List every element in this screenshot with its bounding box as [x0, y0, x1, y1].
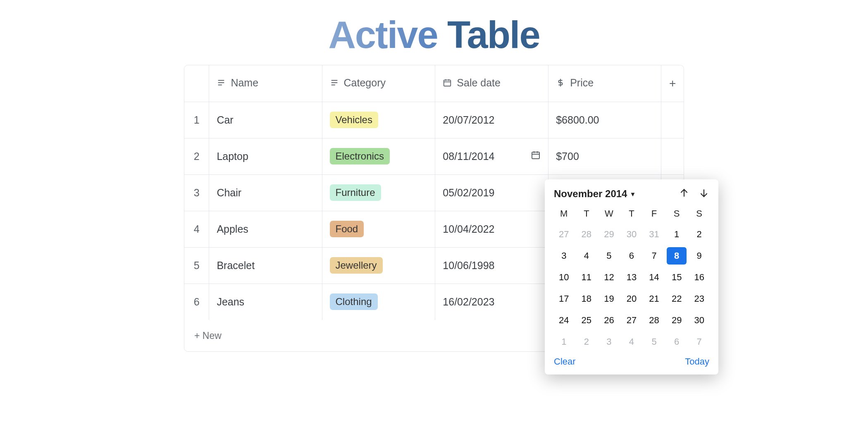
cell-name[interactable]: Car: [209, 102, 322, 138]
date-value: 08/11/2014: [443, 150, 494, 162]
calendar-day[interactable]: 19: [599, 290, 619, 308]
header-category-label: Category: [344, 77, 386, 88]
calendar-day[interactable]: 21: [644, 290, 664, 308]
cell-category[interactable]: Clothing: [322, 284, 435, 320]
cell-sale-date[interactable]: 16/02/2023: [435, 284, 548, 320]
cell-name[interactable]: Apples: [209, 211, 322, 247]
calendar-day[interactable]: 2: [689, 226, 709, 243]
calendar-day[interactable]: 24: [554, 312, 574, 329]
category-tag: Food: [330, 221, 364, 237]
calendar-day[interactable]: 1: [667, 226, 687, 243]
cell-name[interactable]: Laptop: [209, 138, 322, 174]
cell-sale-date[interactable]: 05/02/2019: [435, 174, 548, 211]
header-sale-date[interactable]: Sale date: [435, 65, 548, 102]
calendar-day[interactable]: 7: [689, 333, 709, 351]
cell-sale-date[interactable]: 10/06/1998: [435, 247, 548, 284]
calendar-day[interactable]: 8: [667, 247, 687, 265]
calendar-dow: S: [689, 206, 709, 222]
date-value: 10/04/2022: [443, 223, 494, 235]
category-tag: Vehicles: [330, 112, 378, 128]
prev-month-button[interactable]: [679, 188, 689, 200]
date-picker-popup: November 2014 ▼ MTWTFSS27282930311234567…: [545, 179, 718, 374]
cell-name[interactable]: Jeans: [209, 284, 322, 320]
cell-category[interactable]: Furniture: [322, 174, 435, 211]
calendar-day[interactable]: 7: [644, 247, 664, 265]
header-category[interactable]: Category: [322, 65, 435, 102]
calendar-day[interactable]: 5: [599, 247, 619, 265]
calendar-day[interactable]: 18: [577, 290, 597, 308]
header-price[interactable]: Price: [548, 65, 661, 102]
title-word-1: Active: [328, 14, 437, 56]
header-name-label: Name: [231, 77, 258, 88]
calendar-dow: S: [667, 206, 687, 222]
table-row: 1CarVehicles20/07/2012$6800.00: [184, 102, 684, 138]
add-column-button[interactable]: +: [661, 65, 684, 102]
cell-name[interactable]: Chair: [209, 174, 322, 211]
calendar-day[interactable]: 12: [599, 269, 619, 286]
cell-category[interactable]: Jewellery: [322, 247, 435, 284]
header-name[interactable]: Name: [209, 65, 322, 102]
cell-sale-date[interactable]: 10/04/2022: [435, 211, 548, 247]
calendar-day[interactable]: 1: [554, 333, 574, 351]
calendar-day[interactable]: 6: [667, 333, 687, 351]
category-tag: Furniture: [330, 184, 381, 201]
calendar-day[interactable]: 15: [667, 269, 687, 286]
calendar-day[interactable]: 11: [577, 269, 597, 286]
calendar-day[interactable]: 4: [622, 333, 642, 351]
calendar-day[interactable]: 4: [577, 247, 597, 265]
calendar-day[interactable]: 13: [622, 269, 642, 286]
cell-category[interactable]: Food: [322, 211, 435, 247]
calendar-day[interactable]: 29: [667, 312, 687, 329]
calendar-day[interactable]: 10: [554, 269, 574, 286]
calendar-day[interactable]: 9: [689, 247, 709, 265]
plus-icon: +: [669, 77, 676, 90]
calendar-icon[interactable]: [531, 150, 541, 162]
calendar-day[interactable]: 20: [622, 290, 642, 308]
cell-price[interactable]: $6800.00: [548, 102, 661, 138]
cell-category[interactable]: Vehicles: [322, 102, 435, 138]
calendar-day[interactable]: 30: [622, 226, 642, 243]
cell-price[interactable]: $700: [548, 138, 661, 174]
calendar-dow: M: [554, 206, 574, 222]
calendar-day[interactable]: 30: [689, 312, 709, 329]
calendar-day[interactable]: 5: [644, 333, 664, 351]
text-icon: [217, 78, 226, 90]
calendar-day[interactable]: 29: [599, 226, 619, 243]
calendar-day[interactable]: 16: [689, 269, 709, 286]
date-value: 10/06/1998: [443, 260, 494, 272]
next-month-button[interactable]: [699, 188, 709, 200]
calendar-day[interactable]: 3: [599, 333, 619, 351]
category-tag: Clothing: [330, 293, 378, 310]
date-value: 16/02/2023: [443, 296, 494, 308]
calendar-day[interactable]: 14: [644, 269, 664, 286]
cell-trailing: [661, 102, 684, 138]
cell-category[interactable]: Electronics: [322, 138, 435, 174]
cell-name[interactable]: Bracelet: [209, 247, 322, 284]
calendar-day[interactable]: 31: [644, 226, 664, 243]
calendar-day[interactable]: 17: [554, 290, 574, 308]
cell-sale-date[interactable]: 08/11/2014: [435, 138, 548, 174]
calendar-day[interactable]: 27: [554, 226, 574, 243]
calendar-day[interactable]: 28: [577, 226, 597, 243]
calendar-day[interactable]: 28: [644, 312, 664, 329]
calendar-dow: T: [577, 206, 597, 222]
category-tag: Jewellery: [330, 257, 383, 274]
cell-trailing: [661, 138, 684, 174]
calendar-day[interactable]: 2: [577, 333, 597, 351]
calendar-day[interactable]: 26: [599, 312, 619, 329]
calendar-day[interactable]: 3: [554, 247, 574, 265]
calendar-dow: T: [622, 206, 642, 222]
calendar-today-button[interactable]: Today: [685, 356, 709, 367]
calendar-month-selector[interactable]: November 2014 ▼: [554, 188, 636, 200]
svg-rect-6: [444, 80, 451, 86]
calendar-day[interactable]: 6: [622, 247, 642, 265]
calendar-day[interactable]: 23: [689, 290, 709, 308]
calendar-day[interactable]: 27: [622, 312, 642, 329]
calendar-day[interactable]: 22: [667, 290, 687, 308]
cell-sale-date[interactable]: 20/07/2012: [435, 102, 548, 138]
calendar-day[interactable]: 25: [577, 312, 597, 329]
header-price-label: Price: [570, 77, 594, 88]
calendar-clear-button[interactable]: Clear: [554, 356, 576, 367]
text-icon: [330, 78, 339, 90]
svg-rect-11: [532, 152, 539, 159]
